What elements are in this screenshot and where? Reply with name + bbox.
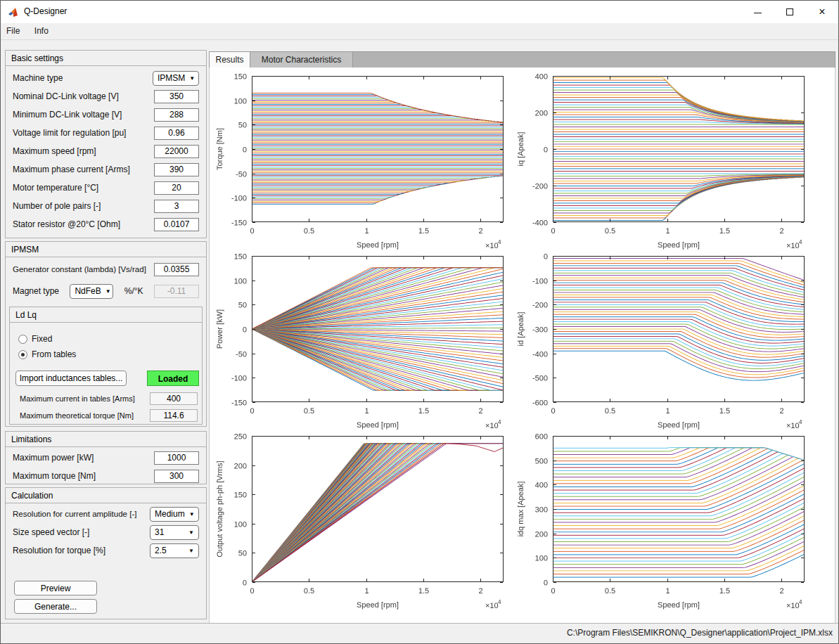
basic-settings-panel: Basic settings Machine type IPMSM ▼ Nomi… <box>5 50 207 238</box>
max-theoretical-torque-value <box>150 409 198 422</box>
maximize-button[interactable] <box>774 1 806 23</box>
resolution-torque-dropdown[interactable]: 2.5 ▼ <box>150 543 199 558</box>
generate-button[interactable]: Generate... <box>14 599 97 614</box>
project-file-path: C:\Program Files\SEMIKRON\Q_Designer\app… <box>567 628 833 638</box>
maximum-speed-label: Maximum speed [rpm] <box>13 146 96 156</box>
stator-resistor-label: Stator resistor @20°C [Ohm] <box>13 219 120 229</box>
chevron-down-icon: ▼ <box>188 548 194 554</box>
size-speed-vector-label: Size speed vector [-] <box>13 527 89 537</box>
preview-button[interactable]: Preview <box>14 581 97 595</box>
basic-settings-title: Basic settings <box>6 51 206 66</box>
chevron-down-icon: ▼ <box>105 288 111 295</box>
resolution-current-label: Resolution for current amplitude [-] <box>13 510 136 518</box>
radio-fixed-option[interactable]: Fixed <box>10 331 202 347</box>
minimize-icon <box>754 13 762 13</box>
resolution-current-dropdown[interactable]: Medium ▼ <box>150 507 199 522</box>
lambda-input[interactable] <box>154 263 199 276</box>
pole-pairs-label: Number of pole pairs [-] <box>13 201 101 211</box>
radio-from-tables-option[interactable]: From tables <box>10 347 202 362</box>
chevron-down-icon: ▼ <box>188 529 194 536</box>
idqmax-vs-speed-plot <box>512 430 814 614</box>
tab-results[interactable]: Results <box>210 52 250 68</box>
chevron-down-icon: ▼ <box>189 75 195 82</box>
maximum-torque-input[interactable] <box>154 470 199 483</box>
nominal-dc-voltage-input[interactable] <box>154 90 199 103</box>
output-voltage-vs-speed-plot <box>211 430 513 614</box>
import-inductances-button[interactable]: Import inductances tables... <box>15 371 127 386</box>
lambda-label: Generator constant (lambda) [Vs/rad] <box>13 265 146 273</box>
machine-type-dropdown[interactable]: IPMSM ▼ <box>153 71 199 86</box>
app-window: Q-Designer × File Info Basic settings Ma… <box>0 0 839 644</box>
max-current-tables-label: Maximum current in tables [Arms] <box>20 394 135 403</box>
status-bar: C:\Program Files\SEMIKRON\Q_Designer\app… <box>1 623 838 644</box>
ldlq-panel: Ld Lq Fixed From tables Import inductanc… <box>9 307 203 425</box>
ipmsm-title: IPMSM <box>6 242 206 257</box>
max-theoretical-torque-label: Maximum theoretical torque [Nm] <box>20 411 134 420</box>
motor-temperature-input[interactable] <box>154 181 199 195</box>
torque-vs-speed-plot <box>211 70 513 255</box>
close-icon: × <box>819 6 825 18</box>
nominal-dc-voltage-label: Nominal DC-Link voltage [V] <box>13 91 119 101</box>
menu-info[interactable]: Info <box>29 23 54 39</box>
matlab-logo-icon <box>8 6 20 18</box>
title-bar: Q-Designer × <box>1 1 838 23</box>
maximum-power-input[interactable] <box>154 451 199 465</box>
voltage-limit-input[interactable] <box>154 127 199 140</box>
limitations-panel: Limitations Maximum power [kW] Maximum t… <box>5 431 207 484</box>
menu-bar: File Info <box>1 23 838 40</box>
radio-fixed-label: Fixed <box>32 334 52 344</box>
machine-type-label: Machine type <box>13 73 63 83</box>
limitations-title: Limitations <box>6 432 206 447</box>
minimum-dc-voltage-label: Minimum DC-Link voltage [V] <box>13 110 122 120</box>
maximum-phase-current-label: Maximum phase current [Arms] <box>13 165 130 174</box>
max-current-tables-value <box>150 392 198 405</box>
magnet-type-dropdown[interactable]: NdFeB ▼ <box>70 284 113 299</box>
size-speed-vector-dropdown[interactable]: 31 ▼ <box>150 525 199 540</box>
maximum-torque-label: Maximum torque [Nm] <box>13 471 96 481</box>
tab-strip: Results Motor Characteristics <box>209 51 835 67</box>
menu-file[interactable]: File <box>1 23 25 39</box>
stator-resistor-input[interactable] <box>154 218 199 231</box>
maximize-icon <box>786 8 793 15</box>
iq-vs-speed-plot <box>512 70 814 255</box>
power-vs-speed-plot <box>211 250 513 434</box>
radio-from-tables-label: From tables <box>32 349 76 359</box>
radio-from-tables-circle <box>18 350 27 359</box>
tempco-input <box>154 285 199 298</box>
resolution-torque-label: Resolution for torque [%] <box>13 546 105 555</box>
ldlq-title: Ld Lq <box>10 307 202 323</box>
maximum-speed-input[interactable] <box>154 145 199 158</box>
calculation-panel: Calculation Resolution for current ampli… <box>5 487 207 619</box>
maximum-phase-current-input[interactable] <box>154 163 199 176</box>
radio-fixed-circle <box>18 335 27 344</box>
calculation-title: Calculation <box>6 488 206 503</box>
machine-type-value: IPMSM <box>158 73 185 83</box>
size-speed-vector-value: 31 <box>155 527 164 537</box>
window-title: Q-Designer <box>24 6 67 16</box>
resolution-torque-value: 2.5 <box>155 546 167 555</box>
magnet-type-value: NdFeB <box>75 286 101 296</box>
minimum-dc-voltage-input[interactable] <box>154 108 199 122</box>
voltage-limit-label: Voltage limit for regulation [pu] <box>13 128 126 138</box>
loaded-status-badge: Loaded <box>147 371 199 386</box>
resolution-current-value: Medium <box>155 509 185 519</box>
minimize-button[interactable] <box>741 1 774 23</box>
id-vs-speed-plot <box>512 250 814 434</box>
close-button[interactable]: × <box>806 1 838 23</box>
pole-pairs-input[interactable] <box>154 200 199 213</box>
ipmsm-panel: IPMSM Generator constant (lambda) [Vs/ra… <box>5 241 207 427</box>
maximum-power-label: Maximum power [kW] <box>13 453 94 463</box>
tab-motor-characteristics[interactable]: Motor Characteristics <box>250 52 353 68</box>
motor-temperature-label: Motor temperature [°C] <box>13 183 98 193</box>
tempco-label: %/°K <box>124 286 143 296</box>
chevron-down-icon: ▼ <box>189 511 195 517</box>
magnet-type-label: Magnet type <box>13 286 59 296</box>
